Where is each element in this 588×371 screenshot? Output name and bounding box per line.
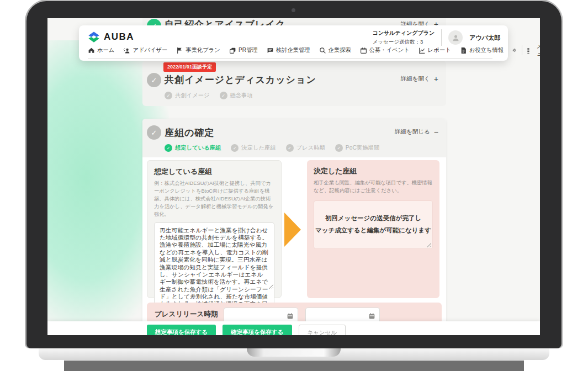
plus-icon: + (434, 75, 438, 83)
detail-toggle-close[interactable]: 詳細を閉じる− (395, 128, 438, 136)
cancel-button[interactable]: キャンセル (299, 325, 346, 335)
chip-concerns: ✓懸念事項 (220, 92, 253, 99)
home-icon (88, 47, 95, 54)
chat-icon (267, 47, 274, 54)
save-footer-bar: 想定事項を保存する 確定事項を保存する キャンセル (47, 321, 540, 335)
check-icon: ✓ (286, 144, 294, 152)
chart-icon (419, 47, 426, 54)
auba-logo-icon (88, 31, 100, 43)
advisor-icon (123, 47, 130, 54)
check-icon: ✓ (231, 144, 239, 152)
panel-heading: 決定した座組 (314, 166, 433, 176)
copy-icon (229, 47, 236, 54)
save-assumed-button[interactable]: 想定事項を保存する (147, 325, 216, 335)
resize-grip-icon (426, 242, 431, 247)
gear-icon[interactable] (512, 46, 517, 54)
check-icon: ✓ (220, 92, 227, 99)
check-icon: ✓ (165, 144, 172, 152)
auba-logo-text: AUBA (104, 31, 134, 43)
nav-item-report[interactable]: レポート (419, 46, 451, 54)
panel-heading: 想定している座組 (154, 167, 274, 177)
section-structure: ✓ 座組の確定 詳細を閉じる− ✓想定している座組 ✓決定した座組 ✓プレス時期… (142, 119, 446, 335)
chip-decided-structure: ✓決定した座組 (231, 144, 276, 152)
calendar-icon (360, 47, 367, 54)
chip-assumed-structure: ✓想定している座組 (165, 144, 221, 152)
panel-example-text: 例：株式会社AIDESUのAI技術と提携し、共同でカーボンクレジットをBtoC向… (154, 180, 274, 219)
resize-grip-icon[interactable] (268, 284, 273, 289)
minus-icon: − (434, 128, 438, 136)
plan-name: コンサルティングプラン (373, 29, 435, 37)
check-icon: ✓ (165, 92, 172, 99)
divider (522, 45, 522, 55)
section-title: 座組の確定 (165, 126, 214, 139)
save-confirmed-button[interactable]: 確定事項を保存する (223, 325, 292, 335)
nav-item-search[interactable]: 企業探索 (319, 46, 351, 54)
check-icon: ✓ (335, 144, 343, 152)
document-icon (460, 47, 467, 54)
assumed-structure-panel: 想定している座組 例：株式会社AIDESUのAI技術と提携し、共同でカーボンクレ… (147, 160, 282, 298)
step-check-icon: ✓ (147, 125, 161, 140)
calendar-icon (368, 312, 375, 320)
nav-item-info[interactable]: お役立ち情報 (460, 46, 504, 54)
section-title: 共創イメージとディスカッション (165, 73, 316, 86)
nav-item-business-plan[interactable]: 事業化プラン (176, 46, 220, 54)
chip-poc-period: ✓PoC実施期間 (335, 144, 379, 152)
meeting-date-badge: 2022/01/01面談予定 (163, 62, 216, 72)
press-release-label: プレスリリース時期 (155, 310, 218, 319)
global-header: AUBA コンサルティングプラン メッセージ送信数：3 アウバ太郎 (79, 25, 508, 61)
apps-grid-icon[interactable] (527, 47, 530, 54)
substep-chips: ✓共創イメージ ✓懸念事項 (165, 92, 253, 99)
locked-message-box: 初回メッセージの送受信が完了し マッチ成立すると編集が可能になります (314, 200, 433, 249)
laptop-base-notch (247, 348, 341, 357)
auba-logo[interactable]: AUBA (88, 31, 134, 43)
nav-item-advisor[interactable]: アドバイザー (123, 46, 167, 54)
nav-underline (88, 58, 492, 59)
decided-structure-panel: 決定した座組 相手企業も閲覧、編集が可能な項目です。機密情報など、記載内容にはご… (307, 160, 439, 298)
calendar-icon (287, 312, 294, 320)
app-screen: ✓ 自己紹介とアイスブレイク 詳細を開く+ AUBA コンサルティングプラン メ… (47, 18, 540, 335)
laptop-base-shadow (64, 361, 524, 371)
webcam-dot (292, 8, 295, 12)
search-icon (319, 47, 326, 54)
nav-item-company-manage[interactable]: 検討企業管理 (267, 46, 310, 54)
detail-toggle-open[interactable]: 詳細を開く+ (401, 75, 438, 83)
user-name: アウバ太郎 (469, 34, 500, 42)
nav-utility-cluster: メニュー (512, 43, 540, 58)
chip-press-timing: ✓プレス時期 (286, 144, 325, 152)
substep-chips: ✓想定している座組 ✓決定した座組 ✓プレス時期 ✓PoC実施期間 (165, 144, 379, 152)
chip-kyoso-image: ✓共創イメージ (165, 92, 210, 99)
section-header: ✓ 座組の確定 詳細を閉じる− ✓想定している座組 ✓決定した座組 ✓プレス時期… (142, 119, 446, 157)
nav-item-pr[interactable]: PR管理 (229, 46, 258, 54)
arrow-right-icon (284, 213, 301, 247)
panel-note-text: 相手企業も閲覧、編集が可能な項目です。機密情報など、記載内容にはご注意ください。 (314, 179, 433, 195)
main-nav: ホーム アドバイザー 事業化プラン PR管理 検討企業管理 (88, 43, 502, 57)
laptop-mockup: ✓ 自己紹介とアイスブレイク 詳細を開く+ AUBA コンサルティングプラン メ… (0, 0, 588, 371)
locked-message-line1: 初回メッセージの送受信が完了し (325, 213, 421, 225)
locked-message-line2: マッチ成立すると編集が可能になります (315, 225, 431, 237)
nav-item-home[interactable]: ホーム (88, 46, 114, 54)
footer-buttons: 想定事項を保存する 確定事項を保存する キャンセル (147, 325, 346, 335)
section-discussion: 2022/01/01面談予定 ✓ 共創イメージとディスカッション 詳細を開く+ … (142, 61, 446, 106)
step-check-icon: ✓ (147, 73, 161, 87)
person-icon (452, 34, 460, 42)
nav-item-events[interactable]: 公募・イベント (360, 46, 410, 54)
menu-label[interactable]: メニュー (537, 43, 540, 58)
flag-icon (176, 47, 183, 54)
